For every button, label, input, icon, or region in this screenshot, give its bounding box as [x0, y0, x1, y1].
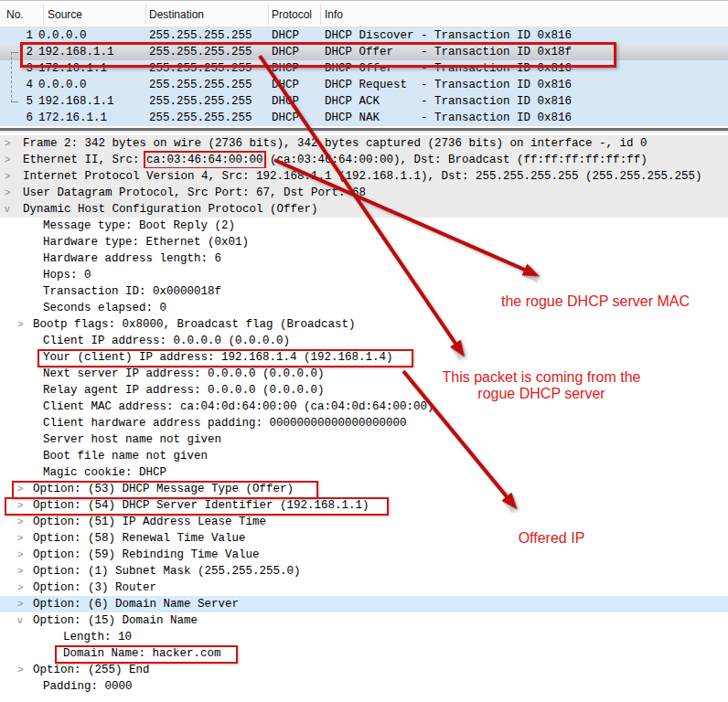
packet-info: DHCP NAK - Transaction ID 0x816 — [325, 112, 572, 124]
chevron-right-icon[interactable]: > — [17, 318, 23, 329]
redbox-rogue-offer-row — [20, 42, 616, 68]
detail-row[interactable]: >Option: (59) Rebinding Time Value — [0, 547, 728, 563]
detail-text: Ethernet II, Src: ca:03:46:64:00:00 (ca:… — [23, 154, 648, 166]
detail-row[interactable]: >Option: (3) Router — [0, 580, 728, 596]
chevron-right-icon[interactable]: > — [17, 581, 23, 592]
detail-text: Seconds elapsed: 0 — [43, 302, 166, 314]
detail-row[interactable]: Your (client) IP address: 192.168.1.4 (1… — [0, 349, 728, 366]
packet-row-4[interactable]: 40.0.0.0255.255.255.255DHCPDHCP Request … — [0, 77, 728, 93]
detail-row[interactable]: Hops: 0 — [0, 267, 728, 283]
detail-text: Client IP address: 0.0.0.0 (0.0.0.0) — [43, 335, 290, 347]
chevron-right-icon[interactable]: > — [5, 170, 10, 181]
packet-no: 6 — [0, 112, 33, 124]
detail-text: Option: (59) Rebinding Time Value — [33, 548, 260, 561]
detail-row[interactable]: Client hardware address padding: 0000000… — [0, 415, 728, 431]
detail-row[interactable]: >User Datagram Protocol, Src Port: 67, D… — [0, 185, 728, 201]
detail-row[interactable]: >Option: (53) DHCP Message Type (Offer) — [0, 481, 728, 497]
column-divider[interactable] — [320, 5, 321, 25]
redbox-mac-address: ca:03:46:64:00:00 — [146, 154, 263, 166]
detail-text: Hardware address length: 6 — [43, 252, 221, 265]
annotation-rogue-packet-label: This packet is coming from the rogue DHC… — [428, 369, 655, 403]
detail-text: Client hardware address padding: 0000000… — [43, 417, 407, 430]
detail-text: Hardware type: Ethernet (0x01) — [43, 236, 249, 249]
detail-row[interactable]: Magic cookie: DHCP — [0, 464, 728, 481]
packet-protocol: DHCP — [272, 79, 299, 91]
detail-text: Option: (3) Router — [33, 581, 156, 594]
detail-text: Transaction ID: 0x0000018f — [43, 285, 221, 298]
packet-row-5[interactable]: 5192.168.1.1255.255.255.255DHCPDHCP ACK … — [0, 93, 728, 110]
detail-row[interactable]: Padding: 0000 — [0, 678, 728, 695]
detail-text: Padding: 0000 — [43, 680, 133, 693]
chevron-down-icon[interactable]: v — [5, 203, 10, 214]
detail-text: Bootp flags: 0x8000, Broadcast flag (Bro… — [33, 318, 356, 331]
packet-source: 192.168.1.1 — [38, 95, 114, 108]
column-divider[interactable] — [268, 5, 269, 25]
detail-row[interactable]: Hardware address length: 6 — [0, 250, 728, 267]
detail-text: Client MAC address: ca:04:0d:64:00:00 (c… — [43, 400, 434, 413]
detail-row[interactable]: Server host name not given — [0, 431, 728, 448]
detail-text: Message type: Boot Reply (2) — [43, 219, 235, 232]
column-divider[interactable] — [43, 5, 44, 25]
packet-destination: 255.255.255.255 — [149, 112, 252, 124]
detail-row[interactable]: >Option: (1) Subnet Mask (255.255.255.0) — [0, 563, 728, 580]
detail-row[interactable]: Hardware type: Ethernet (0x01) — [0, 234, 728, 250]
packet-info: DHCP Request - Transaction ID 0x816 — [325, 79, 572, 91]
detail-text: Relay agent IP address: 0.0.0.0 (0.0.0.0… — [43, 384, 325, 397]
column-header-info[interactable]: Info — [325, 8, 343, 21]
detail-row[interactable]: Domain Name: hacker.com — [0, 645, 728, 662]
chevron-right-icon[interactable]: > — [17, 548, 23, 559]
detail-row[interactable]: Message type: Boot Reply (2) — [0, 218, 728, 234]
detail-text: Option: (51) IP Address Lease Time — [33, 516, 266, 528]
chevron-right-icon[interactable]: > — [5, 186, 10, 197]
packet-details-pane: >Frame 2: 342 bytes on wire (2736 bits),… — [0, 135, 728, 695]
detail-text-segment: Ethernet II, Src: — [23, 154, 146, 166]
pane-divider[interactable] — [0, 128, 728, 133]
detail-text: Hops: 0 — [43, 269, 91, 282]
column-header-protocol[interactable]: Protocol — [272, 8, 312, 21]
redbox-annotation — [5, 497, 389, 516]
chevron-right-icon[interactable]: > — [5, 137, 10, 148]
chevron-right-icon[interactable]: > — [17, 664, 23, 675]
detail-row[interactable]: Client IP address: 0.0.0.0 (0.0.0.0) — [0, 333, 728, 349]
packet-source: 0.0.0.0 — [38, 79, 87, 91]
detail-row[interactable]: >Option: (58) Renewal Time Value — [0, 530, 728, 547]
packet-protocol: DHCP — [272, 112, 299, 124]
chevron-down-icon[interactable]: v — [17, 614, 23, 625]
detail-row[interactable]: >Option: (54) DHCP Server Identifier (19… — [0, 497, 728, 514]
redbox-annotation — [12, 481, 318, 499]
packet-protocol: DHCP — [272, 29, 299, 42]
annotation-offered-ip-label: Offered IP — [501, 530, 602, 547]
chevron-right-icon[interactable]: > — [17, 565, 23, 576]
detail-row[interactable]: Boot file name not given — [0, 448, 728, 464]
detail-text: Option: (255) End — [33, 664, 150, 676]
column-header-no[interactable]: No. — [6, 8, 24, 21]
column-divider[interactable] — [145, 5, 146, 25]
packet-row-6[interactable]: 6172.16.1.1255.255.255.255DHCPDHCP NAK -… — [0, 110, 728, 126]
packet-destination: 255.255.255.255 — [149, 29, 252, 42]
detail-row[interactable]: Length: 10 — [0, 629, 728, 645]
column-header-destination[interactable]: Destination — [149, 8, 204, 21]
column-header-source[interactable]: Source — [48, 8, 82, 21]
detail-row[interactable]: vDynamic Host Configuration Protocol (Of… — [0, 201, 728, 218]
detail-row[interactable]: vOption: (15) Domain Name — [0, 612, 728, 629]
chevron-right-icon[interactable]: > — [5, 154, 10, 165]
detail-row[interactable]: >Option: (51) IP Address Lease Time — [0, 514, 728, 530]
detail-text: Boot file name not given — [43, 450, 208, 463]
chevron-right-icon[interactable]: > — [17, 598, 23, 609]
detail-text: Internet Protocol Version 4, Src: 192.16… — [23, 170, 702, 183]
detail-row[interactable]: >Ethernet II, Src: ca:03:46:64:00:00 (ca… — [0, 152, 728, 168]
detail-row[interactable]: >Option: (255) End — [0, 662, 728, 678]
redbox-annotation — [37, 349, 413, 367]
packet-protocol: DHCP — [272, 95, 299, 108]
detail-row[interactable]: >Bootp flags: 0x8000, Broadcast flag (Br… — [0, 316, 728, 333]
packet-info: DHCP ACK - Transaction ID 0x816 — [325, 95, 572, 108]
detail-text-segment: (ca:03:46:64:00:00), Dst: Broadcast (ff:… — [263, 154, 648, 166]
chevron-right-icon[interactable]: > — [17, 532, 23, 543]
packet-info: DHCP Discover - Transaction ID 0x816 — [325, 29, 572, 42]
detail-text: Frame 2: 342 bytes on wire (2736 bits), … — [23, 137, 648, 150]
chevron-right-icon[interactable]: > — [17, 516, 23, 526]
detail-row[interactable]: >Internet Protocol Version 4, Src: 192.1… — [0, 168, 728, 185]
detail-text: Option: (15) Domain Name — [33, 614, 198, 627]
detail-row[interactable]: >Frame 2: 342 bytes on wire (2736 bits),… — [0, 135, 728, 152]
detail-row[interactable]: >Option: (6) Domain Name Server — [0, 596, 728, 612]
